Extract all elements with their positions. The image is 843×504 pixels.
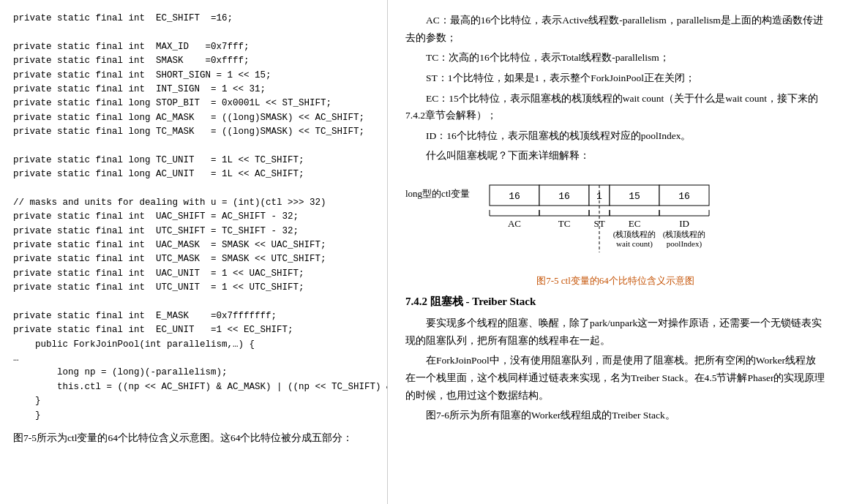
- id-seg-label: ID: [679, 218, 689, 229]
- intro-tc: TC：次高的16个比特位，表示Total线程数-parallelism；: [405, 49, 825, 67]
- code-line-29: }: [13, 410, 41, 421]
- diagram-box-tc-label: 16: [558, 191, 570, 202]
- intro-st: ST：1个比特位，如果是1，表示整个ForkJoinPool正在关闭；: [405, 69, 825, 87]
- right-intro: AC：最高的16个比特位，表示Active线程数-parallelism，par…: [405, 12, 825, 165]
- ec-seg-sublabel2: wait count): [616, 239, 653, 249]
- body-para-3: 图7-6所示为所有阻塞的Worker线程组成的Treiber Stack。: [405, 407, 825, 424]
- code-line-7: private static final long STOP_BIT = 0x0…: [13, 98, 331, 108]
- code-line-14: // masks and units for dealing with u = …: [13, 198, 326, 208]
- section-title: 7.4.2 阻塞栈 - Treiber Stack: [405, 295, 825, 309]
- diagram-row-label: long型的ctl变量: [405, 188, 470, 199]
- id-seg-sublabel1: (栈顶线程的: [663, 230, 706, 239]
- intro-id: ID：16个比特位，表示阻塞栈的栈顶线程对应的poolIndex。: [405, 127, 825, 145]
- code-block: private static final int EC_SHIFT =16; p…: [13, 12, 374, 423]
- code-line-15: private static final int UAC_SHIFT = AC_…: [13, 211, 299, 222]
- id-seg-sublabel2: poolIndex): [667, 239, 702, 249]
- code-line-17: private static final int UAC_MASK = SMAS…: [13, 240, 326, 250]
- diagram-box-ec-label: 15: [629, 191, 640, 202]
- code-line-19: private static final int UAC_UNIT = 1 <<…: [13, 268, 304, 279]
- diagram-wrapper: long型的ctl变量 16 16 1 15 16: [405, 172, 825, 270]
- code-line-11: private static final long TC_UNIT = 1L <…: [13, 155, 304, 165]
- code-line-20: private static final int UTC_UNIT = 1 <<…: [13, 282, 304, 293]
- tc-seg-label: TC: [558, 218, 571, 229]
- code-line-5: private static final int SHORT_SIGN = 1 …: [13, 70, 271, 80]
- code-line-12: private static final long AC_UNIT = 1L <…: [13, 169, 304, 179]
- code-line-1: private static final int EC_SHIFT =16;: [13, 13, 233, 23]
- ac-seg-label: AC: [508, 218, 521, 229]
- st-seg-label: ST: [593, 218, 604, 229]
- code-line-24: public ForkJoinPool(int parallelism,…) {: [13, 339, 255, 350]
- section-title-text: 7.4.2 阻塞栈 - Treiber Stack: [405, 296, 536, 307]
- intro-ec: EC：15个比特位，表示阻塞栈的栈顶线程的wait count（关于什么是wai…: [405, 90, 825, 124]
- code-line-26: long np = (long)(-parallelism);: [13, 367, 228, 377]
- figure-caption: 图7-5 ctl变量的64个比特位含义示意图: [405, 274, 825, 287]
- code-line-23: private static final int EC_UNIT =1 << E…: [13, 325, 293, 335]
- right-body: 要实现多个线程的阻塞、唤醒，除了park/unpark这一对操作原语，还需要一个…: [405, 315, 825, 424]
- right-panel: AC：最高的16个比特位，表示Active线程数-parallelism，par…: [388, 0, 843, 504]
- code-line-8: private static final long AC_MASK = ((lo…: [13, 113, 364, 123]
- code-line-16: private static final int UTC_SHIFT = TC_…: [13, 226, 299, 236]
- code-line-27: this.ctl = ((np << AC_SHIFT) & AC_MASK) …: [13, 382, 388, 392]
- diagram-box-id-label: 16: [678, 191, 690, 202]
- code-line-3: private static final int MAX_ID =0x7fff;: [13, 42, 250, 52]
- code-line-9: private static final long TC_MASK = ((lo…: [13, 127, 364, 137]
- bottom-text-content: 图7-5所示为ctl变量的64个比特位含义示意图。这64个比特位被分成五部分：: [13, 432, 353, 443]
- ec-seg-label: EC: [629, 218, 641, 229]
- code-line-6: private static final int INT_SIGN = 1 <<…: [13, 84, 266, 94]
- ec-seg-sublabel1: (栈顶线程的: [613, 230, 656, 239]
- bottom-text: 图7-5所示为ctl变量的64个比特位含义示意图。这64个比特位被分成五部分：: [13, 430, 374, 447]
- code-line-22: private static final int E_MASK =0x7ffff…: [13, 311, 277, 321]
- code-line-28: }: [13, 396, 41, 406]
- code-line-4: private static final int SMASK =0xffff;: [13, 56, 250, 66]
- diagram-svg: long型的ctl变量 16 16 1 15 16: [405, 172, 764, 267]
- diagram-box-ac-label: 16: [509, 191, 520, 202]
- left-panel: private static final int EC_SHIFT =16; p…: [0, 0, 388, 504]
- intro-blocking: 什么叫阻塞栈呢？下面来详细解释：: [405, 147, 825, 165]
- code-line-18: private static final int UTC_MASK = SMAS…: [13, 254, 326, 264]
- body-para-1: 要实现多个线程的阻塞、唤醒，除了park/unpark这一对操作原语，还需要一个…: [405, 315, 825, 349]
- intro-ac: AC：最高的16个比特位，表示Active线程数-parallelism，par…: [405, 12, 825, 46]
- code-line-25: …: [13, 353, 19, 364]
- body-para-2: 在ForkJoinPool中，没有使用阻塞队列，而是使用了阻塞栈。把所有空闲的W…: [405, 352, 825, 404]
